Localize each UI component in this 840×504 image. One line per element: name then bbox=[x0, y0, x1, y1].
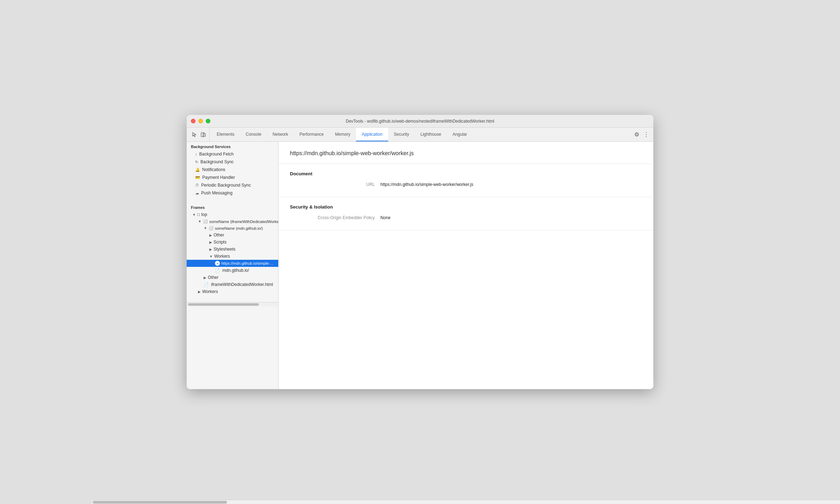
sidebar-scrollbar-thumb bbox=[188, 303, 259, 306]
tree-item-other-1[interactable]: ▶ Other bbox=[187, 232, 278, 239]
toggle-scripts: ▶ bbox=[209, 240, 212, 244]
gear-circle-icon bbox=[215, 261, 220, 266]
coep-row: Cross-Origin Embedder Policy None bbox=[290, 215, 642, 220]
url-value: https://mdn.github.io/simple-web-worker/… bbox=[380, 182, 473, 187]
tree-item-scripts[interactable]: ▶ Scripts bbox=[187, 239, 278, 246]
tree-item-stylesheets[interactable]: ▶ Stylesheets bbox=[187, 246, 278, 253]
coep-label: Cross-Origin Embedder Policy bbox=[290, 215, 375, 220]
toggle-workers: ▼ bbox=[209, 254, 213, 258]
bg-sync-icon: ↻ bbox=[195, 160, 198, 164]
toggle-somename-iframe: ▼ bbox=[198, 219, 202, 223]
window-title: DevTools - wolfib.github.io/web-demos/ne… bbox=[346, 119, 494, 124]
tab-console[interactable]: Console bbox=[240, 128, 267, 141]
close-button[interactable] bbox=[191, 119, 196, 123]
security-isolation-section: Security & Isolation Cross-Origin Embedd… bbox=[279, 197, 653, 230]
frames-title: Frames bbox=[187, 203, 278, 211]
sidebar-item-payment-handler[interactable]: 💳 Payment Handler bbox=[187, 174, 278, 181]
sidebar-item-push-messaging[interactable]: ☁ Push Messaging bbox=[187, 189, 278, 197]
periodic-bg-sync-icon: ⏱ bbox=[195, 183, 199, 187]
iframe-icon-2: ⬜ bbox=[209, 226, 214, 230]
sidebar-item-periodic-bg-sync[interactable]: ⏱ Periodic Background Sync bbox=[187, 181, 278, 189]
tab-lighthouse[interactable]: Lighthouse bbox=[415, 128, 447, 141]
tree-item-worker-url[interactable]: https://mdn.github.io/simple-web-worker bbox=[187, 260, 278, 267]
tree-item-somename-iframe[interactable]: ▼ ⬜ someName (iframeWithDedicatedWorker.… bbox=[187, 218, 278, 225]
tab-network[interactable]: Network bbox=[267, 128, 294, 141]
device-icon[interactable] bbox=[200, 131, 206, 138]
settings-icon[interactable]: ⚙ bbox=[634, 131, 639, 138]
main-panel: https://mdn.github.io/simple-web-worker/… bbox=[279, 142, 653, 389]
security-isolation-title: Security & Isolation bbox=[290, 204, 642, 210]
folder-icon-top: □ bbox=[197, 212, 200, 217]
more-options-icon[interactable]: ⋮ bbox=[643, 131, 649, 138]
toggle-workers-2: ▶ bbox=[198, 290, 201, 294]
tab-performance[interactable]: Performance bbox=[294, 128, 329, 141]
iframe-icon-1: ⬜ bbox=[203, 219, 208, 224]
maximize-button[interactable] bbox=[206, 119, 210, 123]
tree-item-top[interactable]: ▼ □ top bbox=[187, 211, 278, 218]
notifications-icon: 🔔 bbox=[195, 168, 200, 172]
sidebar-scrollbar[interactable] bbox=[187, 302, 278, 306]
payment-handler-icon: 💳 bbox=[195, 175, 200, 180]
bg-fetch-icon: ↕ bbox=[195, 152, 197, 156]
tab-security[interactable]: Security bbox=[388, 128, 415, 141]
minimize-button[interactable] bbox=[198, 119, 203, 123]
tree-item-workers-2[interactable]: ▶ Workers bbox=[187, 288, 278, 295]
tab-application[interactable]: Application bbox=[356, 128, 388, 141]
svg-point-2 bbox=[217, 263, 218, 264]
right-toolbar-icons: ⚙ ⋮ bbox=[630, 128, 653, 141]
toggle-other-2: ▶ bbox=[204, 276, 206, 280]
tab-angular[interactable]: Angular bbox=[447, 128, 473, 141]
tab-elements[interactable]: Elements bbox=[211, 128, 240, 141]
cursor-icon[interactable] bbox=[191, 131, 197, 138]
tab-memory[interactable]: Memory bbox=[329, 128, 356, 141]
push-messaging-icon: ☁ bbox=[195, 191, 199, 195]
sidebar-item-bg-fetch[interactable]: ↕ Background Fetch bbox=[187, 150, 278, 158]
file-icon-iframe: 📄 bbox=[204, 282, 209, 287]
bg-services-title: Background Services bbox=[187, 142, 278, 150]
sidebar-item-notifications[interactable]: 🔔 Notifications bbox=[187, 166, 278, 174]
tree-item-somename-mdn[interactable]: ▼ ⬜ someName (mdn.github.io/) bbox=[187, 225, 278, 232]
devtools-tabs-bar: Elements Console Network Performance Mem… bbox=[187, 128, 653, 142]
main-url-header: https://mdn.github.io/simple-web-worker/… bbox=[279, 142, 653, 164]
tree-item-workers[interactable]: ▼ Workers bbox=[187, 253, 278, 260]
title-bar: DevTools - wolfib.github.io/web-demos/ne… bbox=[187, 115, 653, 128]
sidebar-item-bg-sync[interactable]: ↻ Background Sync bbox=[187, 158, 278, 166]
traffic-lights bbox=[191, 119, 210, 123]
coep-value: None bbox=[380, 215, 391, 220]
toggle-other-1: ▶ bbox=[209, 233, 212, 237]
tree-item-iframe-file[interactable]: 📄 iframeWithDedicatedWorker.html bbox=[187, 281, 278, 288]
toolbar-icons bbox=[188, 128, 210, 141]
devtools-body: Background Services ↕ Background Fetch ↻… bbox=[187, 142, 653, 389]
document-url-row: URL https://mdn.github.io/simple-web-wor… bbox=[290, 182, 642, 187]
devtools-window: DevTools - wolfib.github.io/web-demos/ne… bbox=[187, 115, 653, 389]
toggle-stylesheets: ▶ bbox=[209, 247, 212, 251]
document-section: Document URL https://mdn.github.io/simpl… bbox=[279, 164, 653, 197]
document-title: Document bbox=[290, 171, 642, 176]
sidebar: Background Services ↕ Background Fetch ↻… bbox=[187, 142, 279, 389]
url-label: URL bbox=[290, 182, 375, 187]
toggle-somename-mdn: ▼ bbox=[204, 226, 207, 230]
toggle-top: ▼ bbox=[192, 213, 196, 217]
tree-item-other-2[interactable]: ▶ Other bbox=[187, 274, 278, 281]
tree-item-mdn-github[interactable]: 📄 mdn.github.io/ bbox=[187, 267, 278, 274]
file-icon-mdn: 📄 bbox=[215, 268, 220, 273]
